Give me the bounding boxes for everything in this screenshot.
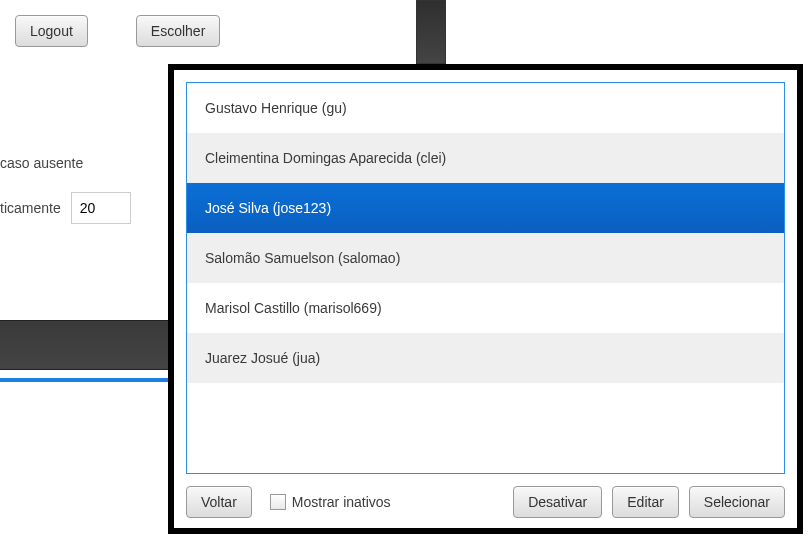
- editar-button[interactable]: Editar: [612, 486, 679, 518]
- list-item[interactable]: José Silva (jose123): [187, 183, 784, 233]
- user-selection-modal: Gustavo Henrique (gu)Cleimentina Dominga…: [168, 64, 803, 534]
- list-item[interactable]: Salomão Samuelson (salomao): [187, 233, 784, 283]
- desativar-button[interactable]: Desativar: [513, 486, 602, 518]
- modal-footer: Voltar Mostrar inativos Desativar Editar…: [186, 474, 785, 518]
- list-item[interactable]: Gustavo Henrique (gu): [187, 83, 784, 133]
- show-inactive-label: Mostrar inativos: [292, 494, 391, 510]
- user-listbox[interactable]: Gustavo Henrique (gu)Cleimentina Dominga…: [186, 82, 785, 474]
- list-item[interactable]: Juarez Josué (jua): [187, 333, 784, 383]
- logout-button[interactable]: Logout: [15, 15, 88, 47]
- background-dark-strip: [0, 320, 170, 370]
- background-blue-line: [0, 378, 170, 382]
- auto-value-input[interactable]: [71, 192, 131, 224]
- voltar-button[interactable]: Voltar: [186, 486, 252, 518]
- label-caso-ausente: caso ausente: [0, 155, 83, 171]
- list-item[interactable]: Cleimentina Domingas Aparecida (clei): [187, 133, 784, 183]
- list-item[interactable]: Marisol Castillo (marisol669): [187, 283, 784, 333]
- checkbox-icon: [270, 494, 286, 510]
- escolher-button[interactable]: Escolher: [136, 15, 220, 47]
- selecionar-button[interactable]: Selecionar: [689, 486, 785, 518]
- label-automaticamente: ticamente: [0, 200, 61, 216]
- show-inactive-checkbox[interactable]: Mostrar inativos: [270, 494, 391, 510]
- background-top-tab: [416, 0, 446, 64]
